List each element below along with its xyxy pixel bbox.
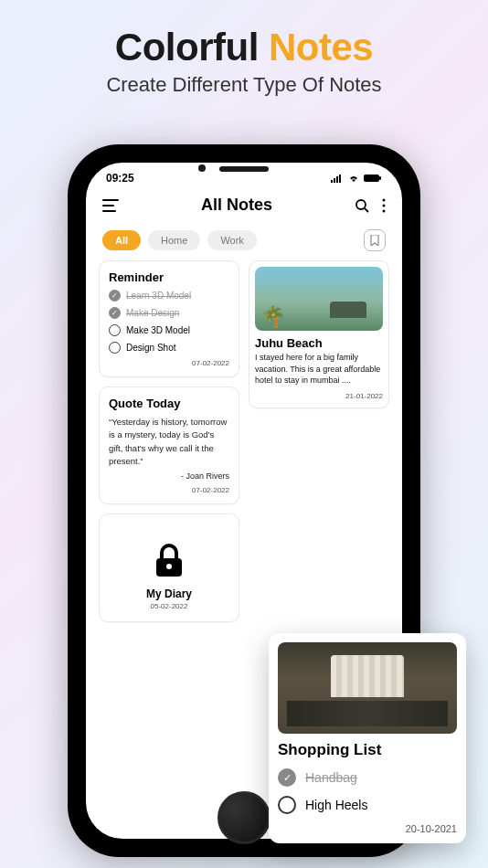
bookmark-button[interactable] bbox=[364, 229, 386, 251]
reminder-title: Reminder bbox=[109, 270, 229, 284]
promo-title-colorful: Colorful bbox=[115, 26, 269, 69]
signal-icon bbox=[331, 174, 344, 183]
checkbox-icon bbox=[109, 290, 121, 302]
filter-tabs: All Home Work bbox=[86, 222, 402, 260]
quote-author: - Joan Rivers bbox=[109, 471, 229, 481]
quote-card[interactable]: Quote Today “Yesterday is history, tomor… bbox=[99, 386, 239, 504]
shopping-item[interactable]: Handbag bbox=[278, 768, 457, 787]
tab-home[interactable]: Home bbox=[148, 230, 200, 250]
beach-title: Juhu Beach bbox=[255, 336, 383, 350]
diary-card[interactable]: My Diary 05-02-2022 bbox=[99, 513, 239, 622]
quote-date: 07-02-2022 bbox=[109, 486, 229, 494]
svg-point-6 bbox=[356, 200, 366, 209]
palm-icon: 🌴 bbox=[260, 305, 285, 329]
beach-date: 21-01-2022 bbox=[255, 392, 383, 400]
svg-rect-0 bbox=[331, 180, 333, 183]
checkbox-icon bbox=[278, 768, 296, 787]
tab-work[interactable]: Work bbox=[207, 230, 256, 250]
svg-rect-4 bbox=[364, 175, 379, 182]
status-indicators bbox=[331, 174, 382, 183]
beach-description: I stayed here for a big family vacation.… bbox=[255, 352, 383, 386]
shopping-image bbox=[278, 642, 457, 734]
battery-icon bbox=[364, 174, 382, 183]
checkbox-icon bbox=[109, 307, 121, 319]
app-header: All Notes bbox=[86, 188, 402, 222]
svg-point-9 bbox=[382, 204, 385, 206]
svg-point-12 bbox=[166, 564, 172, 569]
checkbox-icon bbox=[278, 796, 296, 814]
more-dots-icon[interactable] bbox=[382, 198, 386, 213]
beach-card[interactable]: 🌴 Juhu Beach I stayed here for a big fam… bbox=[249, 260, 389, 408]
page-title: All Notes bbox=[201, 196, 272, 215]
svg-rect-1 bbox=[334, 178, 335, 183]
reminder-item[interactable]: Make Design bbox=[109, 307, 229, 319]
bookmark-icon bbox=[370, 235, 379, 246]
svg-point-10 bbox=[382, 209, 385, 212]
svg-line-7 bbox=[365, 208, 368, 212]
wifi-icon bbox=[347, 174, 360, 183]
promo-title: Colorful Notes bbox=[0, 26, 488, 69]
svg-rect-2 bbox=[336, 176, 338, 183]
front-camera bbox=[198, 164, 206, 172]
lock-icon bbox=[152, 542, 186, 578]
speaker-slot bbox=[219, 166, 269, 172]
shopping-card[interactable]: Shopping List Handbag High Heels 20-10-2… bbox=[269, 633, 466, 843]
svg-rect-5 bbox=[379, 176, 381, 180]
reminder-item[interactable]: Make 3D Model bbox=[109, 324, 229, 336]
status-time: 09:25 bbox=[106, 172, 134, 185]
search-icon[interactable] bbox=[355, 198, 369, 213]
home-button[interactable] bbox=[217, 791, 271, 844]
promo-title-notes: Notes bbox=[269, 26, 373, 69]
diary-title: My Diary bbox=[109, 587, 229, 600]
checkbox-icon bbox=[109, 324, 121, 336]
shopping-date: 20-10-2021 bbox=[278, 823, 457, 834]
svg-rect-3 bbox=[339, 175, 341, 183]
quote-title: Quote Today bbox=[109, 397, 229, 410]
reminder-date: 07-02-2022 bbox=[109, 359, 229, 367]
shopping-item[interactable]: High Heels bbox=[278, 796, 457, 814]
checkbox-icon bbox=[109, 342, 121, 354]
diary-date: 05-02-2022 bbox=[109, 602, 229, 610]
beach-image: 🌴 bbox=[255, 267, 383, 331]
promo-heading: Colorful Notes Create Different Type Of … bbox=[0, 0, 488, 97]
quote-text: “Yesterday is history, tomorrow is a mys… bbox=[109, 416, 229, 468]
reminder-item[interactable]: Learn 3D Model bbox=[109, 290, 229, 302]
hamburger-icon[interactable] bbox=[102, 199, 119, 212]
reminder-item[interactable]: Design Shot bbox=[109, 342, 229, 354]
reminder-card[interactable]: Reminder Learn 3D Model Make Design Make… bbox=[99, 260, 239, 377]
promo-subtitle: Create Different Type Of Notes bbox=[0, 73, 488, 97]
svg-point-8 bbox=[382, 198, 385, 201]
tab-all[interactable]: All bbox=[102, 230, 141, 250]
shopping-title: Shopping List bbox=[278, 741, 457, 759]
